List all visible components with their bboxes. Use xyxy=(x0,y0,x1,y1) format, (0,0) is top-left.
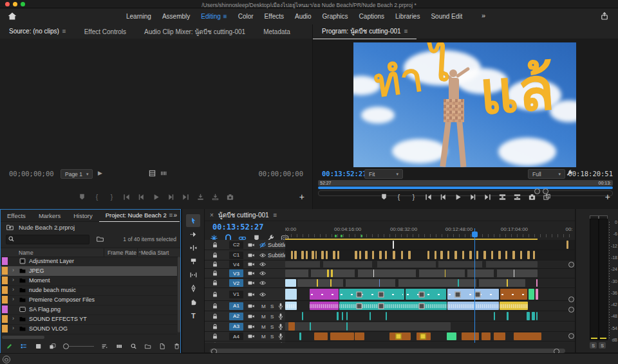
list-view-icon[interactable] xyxy=(20,342,27,350)
track-lane-c1[interactable] xyxy=(285,250,575,260)
clip[interactable] xyxy=(507,279,508,287)
track-target-icon[interactable] xyxy=(247,269,255,277)
clip[interactable] xyxy=(285,302,297,310)
play-page-icon[interactable]: ▶ xyxy=(98,170,102,176)
label-color-swatch[interactable] xyxy=(2,305,8,313)
extract-icon[interactable] xyxy=(513,193,521,201)
clip[interactable] xyxy=(372,261,377,268)
clip[interactable] xyxy=(536,279,538,287)
tool-slip[interactable] xyxy=(186,268,200,281)
subtitle-clip[interactable] xyxy=(294,251,296,259)
solo-button[interactable]: S xyxy=(270,303,274,309)
clip[interactable] xyxy=(532,312,535,320)
pencil-icon[interactable] xyxy=(6,342,13,350)
subtitle-clip[interactable] xyxy=(527,251,530,259)
track-target-c1[interactable]: C1 xyxy=(229,251,243,259)
tab-markers[interactable]: Markers xyxy=(32,210,67,221)
lock-icon[interactable] xyxy=(211,241,219,249)
subtitle-clip[interactable] xyxy=(365,251,368,259)
clip[interactable] xyxy=(379,279,380,287)
sequence-marker[interactable] xyxy=(360,235,362,237)
solo-left-button[interactable]: S xyxy=(590,342,597,349)
track-target-a1[interactable]: A1 xyxy=(229,302,243,310)
subtitle-clip[interactable] xyxy=(401,251,403,259)
project-item-sa-flag-png[interactable]: SA Flag.png xyxy=(1,305,177,315)
export-frame-icon[interactable] xyxy=(226,193,234,201)
project-item-moment[interactable]: ›Moment xyxy=(1,276,177,286)
clip[interactable] xyxy=(317,279,318,287)
clip[interactable] xyxy=(285,279,296,287)
project-item-sound-vlog[interactable]: ›SOUND VLOG xyxy=(1,324,177,334)
automate-to-sequence-icon[interactable] xyxy=(116,342,123,350)
track-target-a3[interactable]: A3 xyxy=(229,323,243,331)
collapse-icon[interactable] xyxy=(276,341,283,343)
clip[interactable] xyxy=(416,269,419,277)
tool-type[interactable]: T xyxy=(186,309,200,322)
clip[interactable] xyxy=(462,332,479,340)
goto-out-icon[interactable] xyxy=(483,193,492,201)
clip[interactable] xyxy=(302,312,303,320)
subtitle-clip[interactable] xyxy=(533,251,535,259)
solo-button[interactable]: S xyxy=(270,334,274,340)
track-target-v3[interactable]: V3 xyxy=(229,269,243,277)
clip[interactable] xyxy=(285,289,297,300)
fx-badge[interactable] xyxy=(356,303,362,309)
mark-out-icon[interactable]: } xyxy=(409,193,418,201)
marker-icon[interactable] xyxy=(380,193,388,201)
track-target-icon[interactable] xyxy=(247,313,255,320)
subtitle-clip[interactable] xyxy=(498,251,501,259)
step-back-icon[interactable] xyxy=(439,193,447,201)
overwrite-icon[interactable] xyxy=(211,193,220,201)
subtitle-clip[interactable] xyxy=(393,241,394,249)
subtitle-clip[interactable] xyxy=(385,251,387,259)
track-lane-v2[interactable] xyxy=(285,278,575,287)
label-color-swatch[interactable] xyxy=(2,325,8,332)
clip[interactable] xyxy=(458,279,459,287)
export-frame-icon[interactable] xyxy=(528,193,536,201)
clip[interactable] xyxy=(308,269,311,277)
clip[interactable] xyxy=(310,322,311,331)
step-back-icon[interactable] xyxy=(137,193,145,201)
timeline-playhead-timecode[interactable]: 00:13:52:27 xyxy=(212,223,263,232)
marker-icon[interactable] xyxy=(78,193,86,201)
fx-badge[interactable] xyxy=(418,303,424,309)
page-select[interactable]: Page 1▾ xyxy=(61,169,93,179)
track-resize-handle[interactable] xyxy=(568,296,574,302)
track-lane-c2[interactable] xyxy=(285,240,575,250)
lock-icon[interactable] xyxy=(211,279,219,287)
subtitle-clip[interactable] xyxy=(372,251,374,259)
expand-chevron-icon[interactable]: › xyxy=(12,267,14,273)
label-color-swatch[interactable] xyxy=(2,277,8,284)
playhead[interactable] xyxy=(474,228,475,343)
workspace-tab-learning[interactable]: Learning xyxy=(126,13,151,20)
solo-button[interactable]: S xyxy=(270,313,274,319)
subtitle-clip[interactable] xyxy=(435,251,436,259)
clip[interactable] xyxy=(320,261,323,268)
source-button-editor[interactable]: + xyxy=(299,193,304,201)
project-vertical-scrollbar[interactable] xyxy=(178,257,180,332)
clip[interactable] xyxy=(482,261,486,268)
clip[interactable] xyxy=(327,269,329,277)
clip[interactable] xyxy=(529,289,534,300)
tool-track-select-forward[interactable] xyxy=(186,228,200,241)
label-color-swatch[interactable] xyxy=(2,257,8,265)
timeline-horizontal-scrollbar[interactable] xyxy=(210,349,565,353)
project-item-jpeg[interactable]: ›JPEG xyxy=(1,266,177,277)
track-lane-v3[interactable] xyxy=(285,269,575,278)
subtitle-clip[interactable] xyxy=(483,251,486,259)
clip[interactable] xyxy=(447,302,499,310)
track-lane-v1[interactable] xyxy=(285,288,575,300)
track-target-icon[interactable] xyxy=(247,279,255,287)
track-lane-v4[interactable] xyxy=(285,260,575,268)
fx-badge[interactable] xyxy=(420,334,426,340)
subtitle-clip[interactable] xyxy=(520,251,522,259)
subtitle-clip[interactable] xyxy=(505,251,507,259)
subtitle-clip[interactable] xyxy=(306,251,308,259)
tab-metadata[interactable]: Metadata xyxy=(254,24,299,39)
settings-icon[interactable] xyxy=(148,169,156,177)
subtitle-clip[interactable] xyxy=(393,251,395,259)
clip[interactable] xyxy=(299,332,301,340)
clip[interactable] xyxy=(447,332,456,340)
sequence-marker[interactable] xyxy=(341,235,342,237)
lift-icon[interactable] xyxy=(498,193,507,201)
